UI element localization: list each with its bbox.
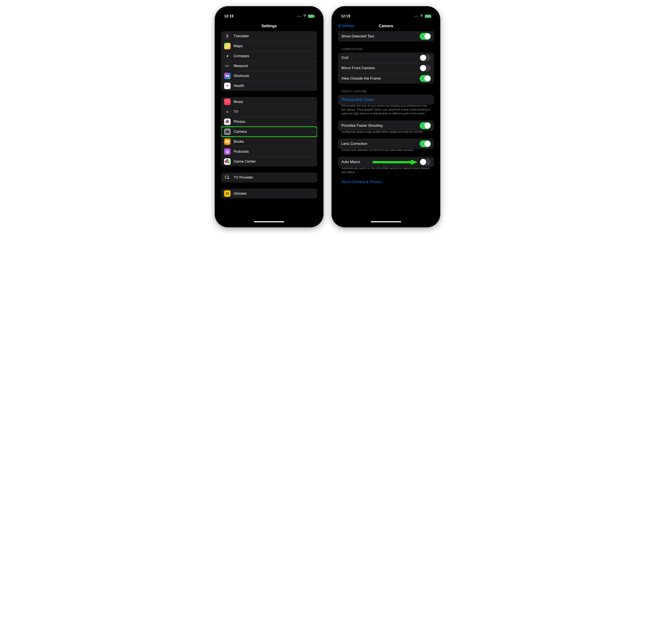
toggle-show-detected-text[interactable]	[420, 33, 431, 40]
music-icon: ♪	[224, 99, 231, 105]
game-center-icon	[224, 158, 231, 165]
phone-left: 12:19 •••• ⚡︎ Settings 文 Translate ›	[215, 6, 323, 227]
row-compass[interactable]: ✦ Compass ›	[221, 51, 317, 61]
group-prioritise: Prioritise Faster Shooting	[338, 120, 434, 131]
settings-group-system: 文 Translate › Maps › ✦ Compass ›	[221, 31, 317, 91]
toggle-view-outside-frame[interactable]	[420, 75, 431, 82]
row-tv[interactable]: tv TV ›	[221, 107, 317, 117]
row-label: Measure	[234, 64, 313, 68]
screen-right: 12:19 •••• ⚡︎ Settings Camera Show Detec…	[335, 9, 437, 224]
section-header-photo-capture: PHOTO CAPTURE	[338, 90, 434, 95]
svg-rect-0	[225, 65, 230, 67]
row-health[interactable]: ♥ Health ›	[221, 81, 317, 91]
row-photographic-styles[interactable]: Photographic Styles	[338, 95, 434, 105]
row-shortcuts[interactable]: Shortcuts ›	[221, 71, 317, 81]
page-title: Camera	[379, 24, 393, 28]
row-music[interactable]: ♪ Music ›	[221, 97, 317, 107]
tv-provider-icon	[224, 174, 231, 181]
phone-right: 12:19 •••• ⚡︎ Settings Camera Show Detec…	[332, 6, 440, 227]
nav-bar: Settings	[218, 21, 320, 31]
wifi-icon	[420, 14, 424, 18]
health-icon: ♥	[224, 83, 231, 89]
row-translate[interactable]: 文 Translate ›	[221, 31, 317, 41]
row-mirror-front-camera[interactable]: Mirror Front Camera	[338, 63, 434, 73]
row-show-detected-text[interactable]: Show Detected Text	[338, 31, 434, 42]
row-auto-macro[interactable]: Auto Macro	[338, 157, 434, 167]
row-label: Prioritise Faster Shooting	[341, 123, 420, 128]
back-button[interactable]: Settings	[338, 24, 355, 28]
chevron-icon: ›	[313, 44, 314, 48]
status-time: 12:19	[224, 14, 233, 18]
row-label: Auto Macro	[341, 160, 420, 164]
group-show-detected: Show Detected Text	[338, 31, 434, 42]
maps-icon	[224, 43, 231, 49]
settings-group-media: ♪ Music › tv TV ›	[221, 97, 317, 166]
shortcuts-icon	[224, 73, 231, 79]
row-label: Lens Correction	[341, 142, 420, 146]
toggle-lens-correction[interactable]	[420, 140, 431, 147]
chevron-icon: ›	[313, 74, 314, 78]
battery-icon: ⚡︎	[425, 15, 431, 18]
photos-icon	[224, 118, 231, 125]
svg-rect-6	[227, 75, 229, 77]
row-label: Podcasts	[234, 150, 313, 154]
row-photos[interactable]: Photos ›	[221, 117, 317, 127]
chevron-icon: ›	[313, 120, 314, 124]
svg-rect-8	[226, 130, 228, 131]
row-label: Ulysses	[234, 191, 313, 196]
settings-group-thirdparty: Ulysses ›	[221, 189, 317, 199]
screen-left: 12:19 •••• ⚡︎ Settings 文 Translate ›	[218, 9, 320, 224]
ulysses-icon	[224, 190, 231, 197]
svg-point-16	[228, 178, 229, 179]
status-indicators: •••• ⚡︎	[414, 14, 431, 18]
toggle-auto-macro[interactable]	[420, 159, 431, 165]
svg-rect-15	[225, 176, 228, 178]
row-label: Books	[234, 139, 313, 144]
wifi-icon	[303, 14, 307, 18]
camera-settings-list[interactable]: Show Detected Text COMPOSITION Grid Mirr…	[335, 31, 437, 224]
row-view-outside-frame[interactable]: View Outside the Frame	[338, 73, 434, 84]
row-podcasts[interactable]: Podcasts ›	[221, 146, 317, 157]
home-indicator[interactable]	[254, 221, 284, 222]
row-grid[interactable]: Grid	[338, 52, 434, 63]
cell-dots-icon: ••••	[414, 15, 419, 18]
chevron-icon: ›	[313, 191, 314, 196]
row-maps[interactable]: Maps ›	[221, 41, 317, 51]
home-indicator[interactable]	[371, 221, 401, 222]
back-label: Settings	[341, 24, 355, 28]
camera-icon	[224, 129, 231, 135]
chevron-icon: ›	[313, 54, 314, 58]
about-camera-privacy-link[interactable]: About Camera & Privacy…	[338, 179, 434, 184]
chevron-icon: ›	[313, 176, 314, 180]
row-camera[interactable]: Camera ›	[221, 127, 317, 137]
nav-bar: Settings Camera	[335, 21, 437, 31]
section-header-composition: COMPOSITION	[338, 48, 434, 52]
chevron-icon: ›	[313, 160, 314, 163]
cell-dots-icon: ••••	[297, 15, 301, 18]
row-label: TV Provider	[234, 176, 313, 180]
group-lens: Lens Correction	[338, 139, 434, 149]
toggle-mirror-front-camera[interactable]	[420, 65, 431, 72]
compass-icon: ✦	[224, 53, 231, 59]
row-label: Health	[234, 84, 313, 88]
settings-list[interactable]: 文 Translate › Maps › ✦ Compass ›	[218, 31, 320, 224]
row-prioritise-faster-shooting[interactable]: Prioritise Faster Shooting	[338, 120, 434, 131]
notch	[365, 9, 406, 16]
row-ulysses[interactable]: Ulysses ›	[221, 189, 317, 199]
row-label: Shortcuts	[234, 74, 313, 78]
toggle-prioritise[interactable]	[420, 122, 431, 129]
row-label: Show Detected Text	[341, 34, 420, 39]
row-game-center[interactable]: Game Center ›	[221, 157, 317, 166]
toggle-grid[interactable]	[420, 54, 431, 61]
podcasts-icon	[224, 148, 231, 155]
group-composition: Grid Mirror Front Camera View Outside th…	[338, 52, 434, 84]
group-auto-macro: Auto Macro	[338, 157, 434, 167]
row-measure[interactable]: Measure ›	[221, 61, 317, 71]
measure-icon	[224, 63, 231, 69]
chevron-icon: ›	[313, 150, 314, 154]
row-books[interactable]: Books ›	[221, 137, 317, 146]
svg-point-14	[227, 151, 228, 152]
row-label: Translate	[234, 34, 313, 38]
row-tv-provider[interactable]: TV Provider ›	[221, 172, 317, 183]
row-lens-correction[interactable]: Lens Correction	[338, 139, 434, 149]
